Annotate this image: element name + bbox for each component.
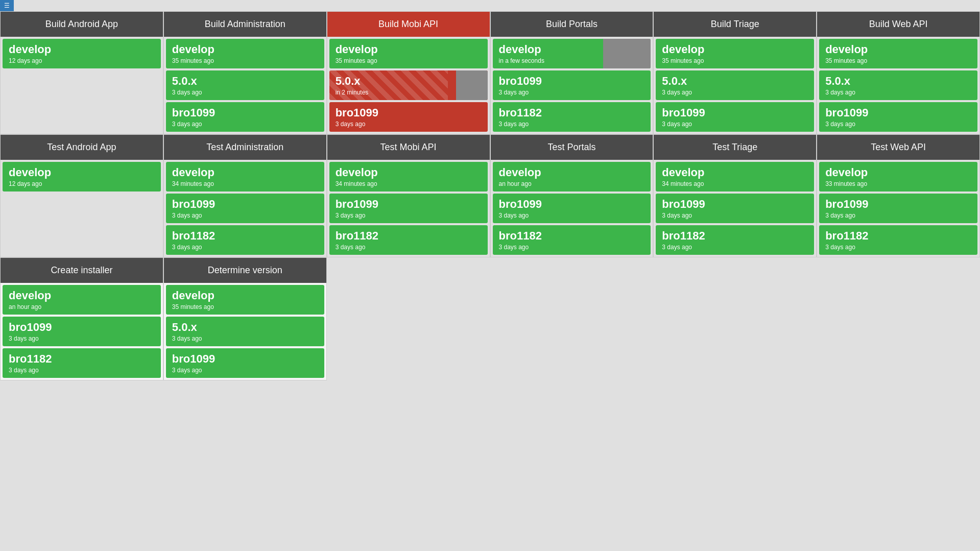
build-item[interactable]: develop34 minutes ago [656, 162, 814, 191]
build-item-time: 3 days ago [499, 121, 645, 128]
build-item[interactable]: develop34 minutes ago [166, 162, 324, 191]
build-item[interactable]: develop34 minutes ago [329, 162, 488, 191]
build-item[interactable]: 5.0.x3 days ago [656, 70, 814, 100]
build-item[interactable]: 5.0.x3 days ago [819, 70, 977, 100]
build-item-name: develop [9, 43, 155, 56]
build-item-name: bro1182 [825, 229, 971, 243]
toggle-menu-bar[interactable]: ☰ [0, 0, 14, 11]
build-item-name: bro1182 [336, 229, 482, 243]
build-item-time: 3 days ago [336, 212, 482, 219]
build-item-name: bro1099 [825, 198, 971, 211]
build-item[interactable]: develop35 minutes ago [166, 39, 324, 68]
build-item-name: bro1099 [172, 106, 318, 119]
build-item-time: 35 minutes ago [825, 57, 971, 64]
build-item[interactable]: 5.0.x3 days ago [166, 70, 324, 100]
build-item-name: develop [336, 166, 482, 179]
build-item[interactable]: 5.0.xin 2 minutes [329, 70, 488, 100]
build-item[interactable]: bro10993 days ago [166, 194, 324, 223]
build-item-name: bro1099 [336, 198, 482, 211]
build-item-time: 3 days ago [172, 121, 318, 128]
build-item-time: 34 minutes ago [172, 180, 318, 187]
build-item-time: 3 days ago [336, 121, 482, 128]
build-item[interactable]: bro11823 days ago [493, 102, 651, 132]
build-item-time: 3 days ago [825, 212, 971, 219]
build-item-name: develop [9, 166, 155, 179]
build-item-name: bro1099 [336, 106, 482, 119]
pipeline-header-build-portals: Build Portals [491, 12, 653, 37]
build-item[interactable]: developan hour ago [493, 162, 651, 191]
pipeline-column-build-portals: Build Portalsdevelopin a few secondsbro1… [490, 11, 654, 134]
build-item-name: bro1099 [662, 198, 808, 211]
build-item-name: bro1182 [499, 229, 645, 243]
pipeline-header-test-administration: Test Administration [164, 135, 326, 160]
pipeline-column-determine-version: Determine versiondevelop35 minutes ago5.… [163, 257, 327, 380]
pipeline-header-build-mobi-api: Build Mobi API [327, 12, 490, 37]
pipeline-header-test-triage: Test Triage [654, 135, 816, 160]
build-item[interactable]: develop12 days ago [3, 162, 161, 191]
build-item-time: 3 days ago [499, 89, 645, 96]
build-item-time: 3 days ago [172, 212, 318, 219]
progress-gray [456, 70, 488, 100]
build-item[interactable]: develop35 minutes ago [166, 285, 324, 315]
build-item[interactable]: bro11823 days ago [493, 225, 651, 255]
build-item[interactable]: bro11823 days ago [656, 225, 814, 255]
build-item-time: 3 days ago [662, 244, 808, 251]
build-item[interactable]: bro10993 days ago [329, 194, 488, 223]
build-item-time: 3 days ago [9, 335, 155, 342]
build-item-time: 3 days ago [662, 121, 808, 128]
pipeline-column-build-triage: Build Triagedevelop35 minutes ago5.0.x3 … [653, 11, 817, 134]
build-item-name: bro1182 [499, 106, 645, 119]
progress-stripes [329, 70, 448, 100]
build-item[interactable]: bro10993 days ago [819, 102, 977, 132]
build-item-name: bro1099 [825, 106, 971, 119]
build-item-time: 35 minutes ago [662, 57, 808, 64]
build-item-time: 3 days ago [662, 212, 808, 219]
build-item-name: 5.0.x [172, 75, 318, 88]
build-item-name: bro1182 [172, 229, 318, 243]
build-item[interactable]: bro11823 days ago [166, 225, 324, 255]
build-item-time: 3 days ago [172, 89, 318, 96]
pipeline-column-build-mobi-api: Build Mobi APIdevelop35 minutes ago5.0.x… [327, 11, 490, 134]
build-item[interactable]: develop33 minutes ago [819, 162, 977, 191]
build-item[interactable]: bro10993 days ago [493, 194, 651, 223]
build-item[interactable]: develop35 minutes ago [329, 39, 488, 68]
build-item[interactable]: bro10993 days ago [493, 70, 651, 100]
build-item[interactable]: bro10993 days ago [166, 102, 324, 132]
build-item-time: 12 days ago [9, 180, 155, 187]
build-item-time: 3 days ago [499, 212, 645, 219]
build-item[interactable]: bro11823 days ago [3, 348, 161, 378]
build-item[interactable]: bro10993 days ago [166, 348, 324, 378]
build-item-name: develop [825, 43, 971, 56]
pipeline-column-test-administration: Test Administrationdevelop34 minutes ago… [163, 134, 327, 257]
build-item[interactable]: bro10993 days ago [819, 194, 977, 223]
build-item-time: 35 minutes ago [172, 303, 318, 310]
empty-column [490, 257, 654, 380]
pipeline-header-build-administration: Build Administration [164, 12, 326, 37]
empty-column [817, 257, 980, 380]
build-item-name: develop [662, 166, 808, 179]
pipeline-column-test-web-api: Test Web APIdevelop33 minutes agobro1099… [817, 134, 980, 257]
build-item-time: 3 days ago [172, 367, 318, 374]
build-item[interactable]: bro10993 days ago [3, 317, 161, 346]
build-item[interactable]: developin a few seconds [493, 39, 651, 68]
build-item-name: 5.0.x [662, 75, 808, 88]
build-item-time: an hour ago [9, 303, 155, 310]
build-item-name: develop [825, 166, 971, 179]
build-item-name: develop [9, 289, 155, 302]
build-item[interactable]: bro11823 days ago [819, 225, 977, 255]
build-item[interactable]: developan hour ago [3, 285, 161, 315]
pipeline-header-test-portals: Test Portals [491, 135, 653, 160]
build-item-name: develop [172, 43, 318, 56]
build-item-time: 3 days ago [9, 367, 155, 374]
build-item[interactable]: develop35 minutes ago [819, 39, 977, 68]
build-item-name: develop [499, 166, 645, 179]
build-item[interactable]: develop12 days ago [3, 39, 161, 68]
build-item[interactable]: 5.0.x3 days ago [166, 317, 324, 346]
build-item[interactable]: bro10993 days ago [656, 194, 814, 223]
build-item[interactable]: bro10993 days ago [656, 102, 814, 132]
build-item[interactable]: develop35 minutes ago [656, 39, 814, 68]
build-item[interactable]: bro11823 days ago [329, 225, 488, 255]
build-item[interactable]: bro10993 days ago [329, 102, 488, 132]
build-item-time: 3 days ago [336, 244, 482, 251]
pipeline-column-test-mobi-api: Test Mobi APIdevelop34 minutes agobro109… [327, 134, 490, 257]
